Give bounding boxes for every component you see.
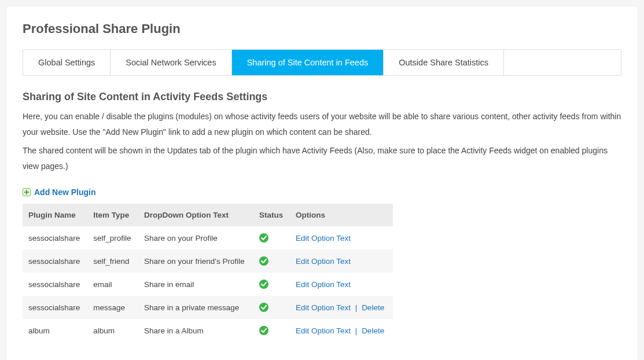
edit-option-text-link[interactable]: Edit Option Text xyxy=(296,234,351,243)
cell-dropdown-text: Share in email xyxy=(138,273,253,296)
check-circle-icon[interactable] xyxy=(259,280,268,289)
cell-options: Edit Option Text xyxy=(290,226,393,249)
action-separator: | xyxy=(353,303,359,312)
col-options: Options xyxy=(290,204,393,226)
cell-plugin-name: sessocialshare xyxy=(23,296,87,319)
cell-dropdown-text: Share in a Album xyxy=(138,319,253,342)
cell-options: Edit Option Text xyxy=(290,273,393,296)
check-circle-icon[interactable] xyxy=(259,303,268,312)
col-plugin-name: Plugin Name xyxy=(23,204,87,226)
cell-options: Edit Option Text xyxy=(290,249,393,273)
table-row: sessocialshareemailShare in emailEdit Op… xyxy=(23,273,393,296)
edit-option-text-link[interactable]: Edit Option Text xyxy=(296,326,351,335)
cell-plugin-name: sessocialshare xyxy=(23,249,87,273)
cell-item-type: album xyxy=(87,319,138,342)
cell-status xyxy=(253,273,290,296)
cell-item-type: email xyxy=(87,273,138,296)
cell-plugin-name: album xyxy=(23,319,87,342)
table-row: sessocialsharemessageShare in a private … xyxy=(23,296,393,319)
tab-filler xyxy=(504,50,621,75)
action-separator: | xyxy=(353,326,359,335)
tab-bar: Global SettingsSocial Network ServicesSh… xyxy=(23,49,621,76)
edit-option-text-link[interactable]: Edit Option Text xyxy=(296,257,351,266)
table-header-row: Plugin Name Item Type DropDown Option Te… xyxy=(23,204,393,226)
delete-link[interactable]: Delete xyxy=(362,303,384,312)
section-description-2: The shared content will be shown in the … xyxy=(23,143,621,174)
cell-dropdown-text: Share in a private message xyxy=(138,296,253,319)
col-dropdown-text: DropDown Option Text xyxy=(138,204,253,226)
add-new-plugin-link[interactable]: Add New Plugin xyxy=(23,188,96,197)
cell-status xyxy=(253,319,290,342)
tab-1[interactable]: Social Network Services xyxy=(111,50,231,75)
cell-status xyxy=(253,226,290,249)
edit-option-text-link[interactable]: Edit Option Text xyxy=(296,303,351,312)
cell-dropdown-text: Share on your Profile xyxy=(138,226,253,249)
page-title: Professional Share Plugin xyxy=(23,21,621,36)
cell-plugin-name: sessocialshare xyxy=(23,273,87,296)
edit-option-text-link[interactable]: Edit Option Text xyxy=(296,280,351,289)
svg-rect-2 xyxy=(24,192,29,193)
check-circle-icon[interactable] xyxy=(259,233,268,243)
table-row: albumalbumShare in a AlbumEdit Option Te… xyxy=(23,319,393,342)
section-description-1: Here, you can enable / disable the plugi… xyxy=(23,109,621,139)
table-row: sessocialshareself_profileShare on your … xyxy=(23,226,393,249)
cell-options: Edit Option Text | Delete xyxy=(290,319,393,342)
cell-plugin-name: sessocialshare xyxy=(23,226,87,249)
plugins-table: Plugin Name Item Type DropDown Option Te… xyxy=(23,204,393,342)
tab-2[interactable]: Sharing of Site Content in Feeds xyxy=(232,50,384,75)
table-row: sessocialshareself_friendShare on your f… xyxy=(23,249,393,273)
add-new-plugin-label: Add New Plugin xyxy=(34,188,96,197)
content-card: Professional Share Plugin Global Setting… xyxy=(6,6,638,360)
tab-3[interactable]: Outside Share Statistics xyxy=(384,50,504,75)
cell-status xyxy=(253,249,290,273)
cell-item-type: message xyxy=(87,296,138,319)
col-item-type: Item Type xyxy=(87,204,138,226)
section-title: Sharing of Site Content in Activity Feed… xyxy=(23,91,621,103)
check-circle-icon[interactable] xyxy=(259,326,268,335)
cell-options: Edit Option Text | Delete xyxy=(290,296,393,319)
cell-item-type: self_friend xyxy=(87,249,138,273)
cell-dropdown-text: Share on your friend's Profile xyxy=(138,249,253,273)
col-status: Status xyxy=(253,204,290,226)
tab-0[interactable]: Global Settings xyxy=(23,50,111,75)
cell-status xyxy=(253,296,290,319)
plus-icon xyxy=(23,188,31,196)
cell-item-type: self_profile xyxy=(87,226,138,249)
check-circle-icon[interactable] xyxy=(259,256,268,266)
delete-link[interactable]: Delete xyxy=(362,326,384,335)
